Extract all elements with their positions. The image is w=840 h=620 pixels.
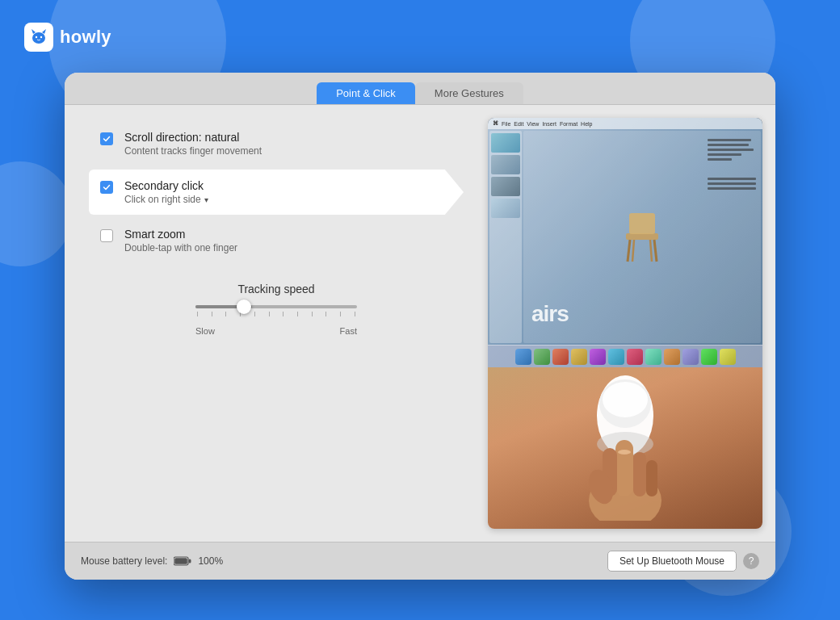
dock-icon-8 <box>645 349 662 365</box>
dock-icon-10 <box>682 349 699 365</box>
secondary-click-title: Secondary click <box>124 179 208 192</box>
chair-illustration <box>618 205 666 270</box>
battery-percent: 100% <box>198 555 223 567</box>
battery-info: Mouse battery level: 100% <box>81 555 223 567</box>
doc-thumb-3 <box>491 177 520 196</box>
preview-mac-screen: ⌘ File Edit View Insert Format Help <box>488 118 762 367</box>
battery-icon <box>174 556 191 566</box>
slider-fast-label: Fast <box>340 326 357 336</box>
scroll-direction-row: Scroll direction: natural Content tracks… <box>89 121 464 166</box>
hand-mouse-illustration <box>544 367 706 521</box>
secondary-click-text: Secondary click Click on right side ▾ <box>124 179 208 205</box>
dock-icon-11 <box>701 349 717 365</box>
secondary-click-checkbox[interactable] <box>100 181 113 194</box>
scroll-direction-subtitle: Content tracks finger movement <box>124 145 262 157</box>
tracking-speed-section: Tracking speed <box>89 283 464 336</box>
right-preview-panel: ⌘ File Edit View Insert Format Help <box>488 118 762 529</box>
doc-main-area: airs <box>523 131 761 343</box>
mac-preferences-window: Point & Click More Gestures Scroll direc… <box>65 73 775 580</box>
dock-icon-1 <box>515 349 531 365</box>
bottom-bar: Mouse battery level: 100% Set Up Bluetoo… <box>65 542 775 580</box>
tab-bar: Point & Click More Gestures <box>65 73 775 105</box>
smart-zoom-checkbox[interactable] <box>100 229 113 242</box>
svg-rect-23 <box>189 559 191 563</box>
svg-rect-16 <box>615 440 633 496</box>
preview-hand-mouse <box>488 367 762 529</box>
dock-icon-9 <box>664 349 680 365</box>
dock-icon-3 <box>552 349 569 365</box>
svg-point-4 <box>40 36 42 38</box>
svg-marker-1 <box>32 29 36 34</box>
dock-icon-12 <box>720 349 736 365</box>
secondary-click-row: Secondary click Click on right side ▾ <box>89 170 464 215</box>
window-content: Scroll direction: natural Content tracks… <box>65 105 775 542</box>
smart-zoom-subtitle: Double-tap with one finger <box>124 242 237 253</box>
dock-icon-5 <box>590 349 606 365</box>
svg-line-8 <box>654 240 657 262</box>
left-panel: Scroll direction: natural Content tracks… <box>65 105 488 542</box>
svg-rect-24 <box>175 558 188 564</box>
doc-thumb-2 <box>491 155 520 174</box>
mac-menubar: ⌘ File Edit View Insert Format Help <box>488 118 762 129</box>
svg-marker-2 <box>42 29 46 34</box>
doc-thumb-1 <box>491 133 520 153</box>
tracking-speed-label: Tracking speed <box>237 283 314 295</box>
help-button[interactable]: ? <box>743 553 759 569</box>
hand-mouse-svg-area <box>488 367 762 529</box>
svg-rect-5 <box>626 233 658 240</box>
mac-dock <box>488 345 762 367</box>
tab-more-gestures[interactable]: More Gestures <box>415 82 523 104</box>
dock-icon-6 <box>608 349 624 365</box>
svg-point-3 <box>36 36 37 38</box>
dock-icon-7 <box>627 349 643 365</box>
doc-text-block <box>708 139 756 192</box>
svg-line-9 <box>632 240 634 262</box>
dock-icon-2 <box>534 349 550 365</box>
howly-brand-name: howly <box>60 27 111 48</box>
howly-logo-icon <box>24 23 53 52</box>
doc-sidebar-mini <box>489 131 522 343</box>
svg-rect-6 <box>629 213 655 234</box>
scroll-direction-text: Scroll direction: natural Content tracks… <box>124 131 262 157</box>
tab-point-click[interactable]: Point & Click <box>317 82 415 104</box>
svg-line-10 <box>650 240 652 262</box>
svg-point-13 <box>603 382 648 417</box>
svg-rect-18 <box>633 452 646 496</box>
scroll-direction-checkbox[interactable] <box>100 132 113 145</box>
howly-cat-icon <box>29 27 48 47</box>
slider-thumb[interactable] <box>237 300 251 314</box>
smart-zoom-row: Smart zoom Double-tap with one finger <box>89 218 464 263</box>
mac-doc-area: airs <box>488 129 762 345</box>
smart-zoom-text: Smart zoom Double-tap with one finger <box>124 228 237 253</box>
scroll-direction-title: Scroll direction: natural <box>124 131 262 144</box>
bottom-right-controls: Set Up Bluetooth Mouse ? <box>607 551 759 572</box>
slider-ticks <box>195 312 357 316</box>
setup-bluetooth-button[interactable]: Set Up Bluetooth Mouse <box>607 551 737 572</box>
howly-header: howly <box>24 23 111 52</box>
preview-airs-text: airs <box>531 301 569 327</box>
slider-labels: Slow Fast <box>195 326 357 336</box>
secondary-click-dropdown-arrow[interactable]: ▾ <box>204 195 208 204</box>
svg-rect-19 <box>646 460 657 496</box>
slider-slow-label: Slow <box>195 326 215 336</box>
background-blob-5 <box>0 161 73 266</box>
doc-thumb-4 <box>491 199 520 218</box>
tracking-speed-slider[interactable] <box>195 305 357 316</box>
slider-track <box>195 305 357 308</box>
mac-screen-mockup: ⌘ File Edit View Insert Format Help <box>488 118 762 367</box>
svg-line-7 <box>628 240 630 262</box>
svg-point-21 <box>618 450 631 455</box>
svg-point-0 <box>32 32 45 44</box>
battery-label: Mouse battery level: <box>81 555 167 567</box>
dock-icon-4 <box>571 349 587 365</box>
secondary-click-subtitle: Click on right side ▾ <box>124 194 208 205</box>
smart-zoom-title: Smart zoom <box>124 228 237 241</box>
